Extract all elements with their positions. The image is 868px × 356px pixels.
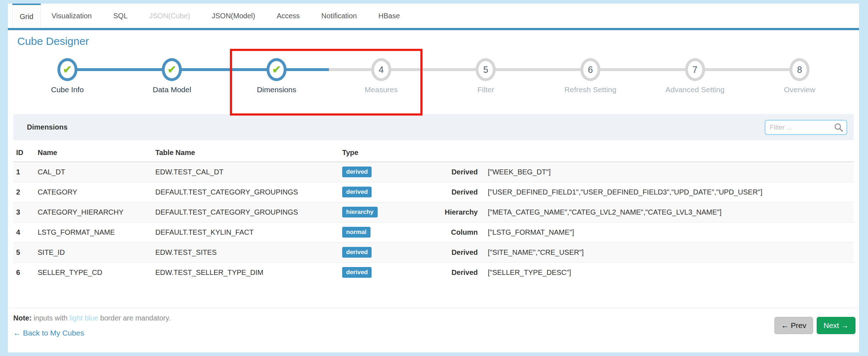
cell-table-name: DEFAULT.TEST_CATEGORY_GROUPINGS [152, 202, 339, 222]
wizard-step-measures[interactable]: 4 Measures [329, 58, 434, 94]
cell-table-name: EDW.TEST_SITES [152, 242, 339, 262]
col-header-name: Name [35, 144, 152, 162]
table-row: 1 CAL_DT EDW.TEST_CAL_DT derived Derived… [13, 162, 854, 182]
next-arrow-icon: → [841, 321, 849, 329]
cell-type: derived [339, 182, 423, 202]
footer-actions: ← Prev Next → [774, 317, 855, 334]
filter-box [765, 120, 847, 135]
cell-table-name: EDW.TEST_CAL_DT [152, 162, 339, 182]
cell-type: hierarchy [339, 202, 423, 222]
table-row: 3 CATEGORY_HIERARCHY DEFAULT.TEST_CATEGO… [13, 202, 854, 222]
step-label: Refresh Setting [538, 85, 643, 94]
step-number: 5 [483, 65, 488, 74]
step-number: 8 [797, 65, 802, 74]
type-badge: derived [342, 187, 372, 197]
step-number: 6 [588, 65, 593, 74]
type-badge: normal [342, 227, 371, 238]
cell-table-name: EDW.TEST_SELLER_TYPE_DIM [152, 262, 339, 282]
table-row: 6 SELLER_TYPE_CD EDW.TEST_SELLER_TYPE_DI… [13, 262, 854, 282]
step-circle: 6 [580, 58, 600, 81]
cell-columns: ["USER_DEFINED_FIELD1","USER_DEFINED_FIE… [483, 182, 854, 202]
cell-columns: ["META_CATEG_NAME","CATEG_LVL2_NAME","CA… [483, 202, 854, 222]
cell-name: SITE_ID [35, 242, 152, 262]
cell-kind: Derived [423, 182, 483, 202]
step-label: Dimensions [224, 85, 329, 94]
step-circle: ✔ [57, 58, 77, 81]
wizard-step-data-model[interactable]: ✔ Data Model [120, 58, 225, 94]
cell-columns: ["SELLER_TYPE_DESC"] [483, 262, 854, 282]
step-circle: 5 [476, 58, 496, 81]
wizard-step-refresh-setting[interactable]: 6 Refresh Setting [538, 58, 643, 94]
note-text: Note: inputs with light blue border are … [13, 314, 854, 322]
tab-grid[interactable]: Grid [12, 4, 41, 28]
prev-button[interactable]: ← Prev [774, 317, 813, 334]
tab-json-cube: JSON(Cube) [138, 4, 201, 28]
note-after: border are mandatory. [100, 314, 170, 322]
table-row: 2 CATEGORY DEFAULT.TEST_CATEGORY_GROUPIN… [13, 182, 854, 202]
prev-label: Prev [791, 321, 806, 329]
step-circle: 7 [685, 58, 705, 81]
table-row: 5 SITE_ID EDW.TEST_SITES derived Derived… [13, 242, 854, 262]
table-row: 4 LSTG_FORMAT_NAME DEFAULT.TEST_KYLIN_FA… [13, 222, 854, 242]
tab-visualization[interactable]: Visualization [41, 4, 103, 28]
cell-kind: Derived [423, 242, 483, 262]
cell-id: 1 [13, 162, 35, 182]
step-label: Advanced Setting [643, 85, 747, 94]
note-label: Note: [13, 314, 32, 322]
cell-id: 6 [13, 262, 35, 282]
cell-name: CATEGORY_HIERARCHY [35, 202, 152, 222]
cell-name: LSTG_FORMAT_NAME [35, 222, 152, 242]
col-header-blank [483, 144, 854, 162]
cell-kind: Column [423, 222, 483, 242]
cell-id: 4 [13, 222, 35, 242]
main-panel: Grid Visualization SQL JSON(Cube) JSON(M… [8, 4, 859, 352]
panel-title: Dimensions [27, 123, 67, 131]
tab-hbase[interactable]: HBase [368, 4, 411, 28]
back-arrow-icon: ← [13, 329, 21, 337]
cell-type: normal [339, 222, 423, 242]
cell-type: derived [339, 162, 423, 182]
step-number: 7 [693, 65, 698, 74]
wizard-step-overview[interactable]: 8 Overview [747, 58, 852, 94]
cell-id: 3 [13, 202, 35, 222]
type-badge: derived [342, 247, 372, 258]
tab-bar: Grid Visualization SQL JSON(Cube) JSON(M… [8, 4, 859, 30]
wizard-step-filter[interactable]: 5 Filter [434, 58, 538, 94]
cell-type: derived [339, 262, 423, 282]
wizard-steps: ✔ Cube Info ✔ Data Model ✔ Dimensions 4 [15, 58, 852, 94]
check-icon: ✔ [168, 64, 176, 75]
prev-arrow-icon: ← [781, 321, 789, 329]
tab-sql[interactable]: SQL [103, 4, 138, 28]
cell-table-name: DEFAULT.TEST_KYLIN_FACT [152, 222, 339, 242]
check-icon: ✔ [63, 64, 72, 75]
tab-notification[interactable]: Notification [311, 4, 368, 28]
next-label: Next [824, 321, 839, 329]
next-button[interactable]: Next → [817, 317, 855, 334]
table-header-row: ID Name Table Name Type [13, 144, 854, 162]
col-header-id: ID [13, 144, 35, 162]
cell-name: CATEGORY [35, 182, 152, 202]
type-badge: derived [342, 167, 372, 177]
cell-name: SELLER_TYPE_CD [35, 262, 152, 282]
col-header-blank [423, 144, 483, 162]
cell-kind: Hierarchy [423, 202, 483, 222]
step-label: Cube Info [15, 85, 120, 94]
back-to-my-cubes-link[interactable]: ←Back to My Cubes [13, 329, 84, 337]
wizard-step-cube-info[interactable]: ✔ Cube Info [15, 58, 120, 94]
cell-kind: Derived [423, 162, 483, 182]
wizard-step-dimensions[interactable]: ✔ Dimensions [224, 58, 329, 94]
step-circle: ✔ [162, 58, 182, 81]
step-label: Overview [747, 85, 852, 94]
cell-type: derived [339, 242, 423, 262]
note-highlight: light blue [70, 314, 98, 322]
tab-access[interactable]: Access [266, 4, 310, 28]
dimensions-table: ID Name Table Name Type 1 CAL_DT EDW.TES… [13, 144, 854, 282]
cell-table-name: DEFAULT.TEST_CATEGORY_GROUPINGS [152, 182, 339, 202]
search-icon [834, 122, 844, 132]
step-label: Data Model [120, 85, 225, 94]
wizard-step-advanced-setting[interactable]: 7 Advanced Setting [643, 58, 747, 94]
col-header-table-name: Table Name [152, 144, 339, 162]
cell-id: 5 [13, 242, 35, 262]
step-circle: 4 [371, 58, 391, 81]
tab-json-model[interactable]: JSON(Model) [201, 4, 266, 28]
